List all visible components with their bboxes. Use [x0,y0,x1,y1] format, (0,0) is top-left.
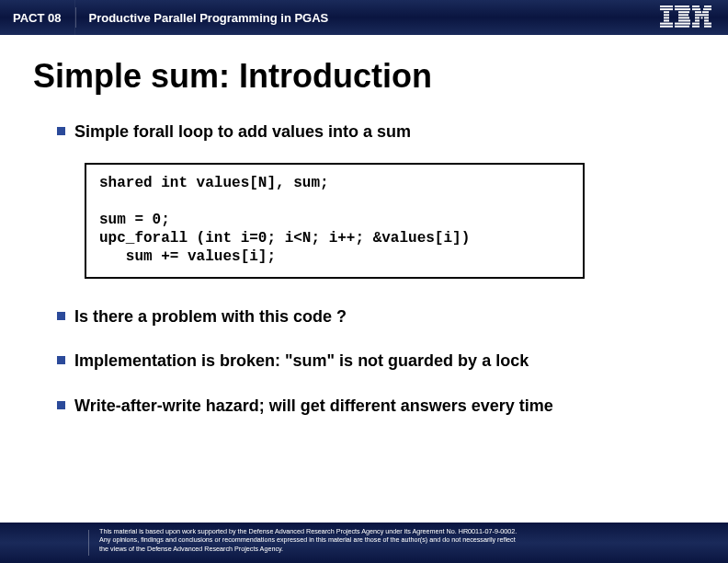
code-block: shared int values[N], sum; sum = 0; upc_… [85,163,585,279]
svg-rect-31 [704,26,711,28]
svg-rect-9 [675,8,690,10]
svg-rect-27 [704,20,709,22]
bullet-text: Simple forall loop to add values into a … [74,121,411,143]
square-bullet-icon [57,356,65,364]
svg-rect-10 [678,11,689,13]
svg-rect-14 [675,23,690,25]
svg-rect-18 [692,8,700,10]
svg-rect-3 [664,14,669,16]
svg-rect-28 [692,23,700,25]
slide-body: Simple sum: Introduction Simple forall l… [0,35,728,416]
bullet-text: Is there a problem with this code ? [74,306,347,327]
header-subtitle: Productive Parallel Programming in PGAS [76,11,329,25]
svg-rect-16 [692,6,700,7]
svg-rect-21 [702,11,709,13]
svg-rect-4 [664,17,669,18]
svg-rect-0 [660,6,673,7]
ibm-logo-icon [660,6,711,28]
svg-rect-24 [701,17,703,18]
svg-rect-7 [660,26,673,28]
svg-rect-12 [678,17,689,18]
svg-rect-8 [675,6,689,7]
svg-rect-25 [704,17,709,18]
header-bar: PACT 08 Productive Parallel Programming … [0,0,728,35]
footer-divider [88,530,89,556]
svg-rect-5 [664,20,669,22]
svg-rect-11 [678,14,688,16]
list-item: Simple forall loop to add values into a … [57,121,695,143]
list-item: Write-after-write hazard; will get diffe… [57,396,695,417]
svg-rect-26 [695,20,700,22]
svg-rect-15 [675,26,689,28]
footer-disclaimer: This material is based upon work support… [99,527,710,553]
svg-rect-6 [660,23,673,25]
square-bullet-icon [57,312,65,320]
svg-rect-30 [692,26,700,28]
list-item: Is there a problem with this code ? [57,306,695,327]
conference-label: PACT 08 [0,0,75,35]
svg-rect-2 [664,11,669,13]
svg-rect-29 [704,23,711,25]
square-bullet-icon [57,401,65,409]
bullet-text: Write-after-write hazard; will get diffe… [74,396,553,417]
bullet-text: Implementation is broken: "sum" is not g… [74,350,529,372]
svg-rect-19 [703,8,711,10]
svg-rect-22 [695,14,709,16]
square-bullet-icon [57,127,65,135]
slide-title: Simple sum: Introduction [33,57,695,96]
svg-rect-20 [695,11,701,13]
footer-bar: This material is based upon work support… [0,523,728,563]
svg-rect-13 [678,20,690,22]
svg-rect-17 [704,6,711,7]
svg-rect-23 [695,17,700,18]
svg-rect-1 [660,8,673,10]
bullet-list: Simple forall loop to add values into a … [33,121,695,416]
list-item: Implementation is broken: "sum" is not g… [57,350,695,372]
